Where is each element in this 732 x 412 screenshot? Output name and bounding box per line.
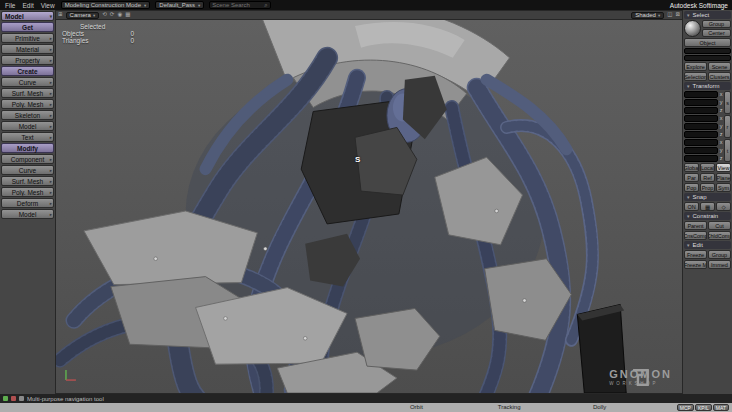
translate-y-field[interactable]: [684, 147, 718, 154]
display-mode-button[interactable]: Shaded ▾: [631, 12, 664, 19]
rotate-y-field[interactable]: [684, 123, 718, 130]
translate-z-field[interactable]: [684, 155, 718, 162]
menu-view[interactable]: View: [40, 2, 56, 9]
freeze-m-button[interactable]: Freeze M: [684, 260, 707, 269]
rotate-x-field[interactable]: [684, 115, 718, 122]
toolbar-mode-selector[interactable]: Model ▾: [1, 11, 54, 21]
menu-file[interactable]: File: [4, 2, 16, 9]
log-status-icon[interactable]: [19, 396, 24, 401]
scene-button[interactable]: Scene: [708, 62, 731, 71]
local-mode-button[interactable]: Local: [700, 163, 715, 172]
prop-mode-button[interactable]: Prop: [700, 183, 715, 192]
selection-button[interactable]: Selection: [684, 72, 707, 81]
viewport-resize-icon[interactable]: ⊞: [58, 12, 63, 18]
translate-mode-button[interactable]: t: [724, 139, 731, 162]
tool-button-model-modify[interactable]: Model▸: [1, 209, 54, 219]
camera-menu-button[interactable]: Camera ▾: [66, 12, 100, 19]
constrain-section-header[interactable]: ▼Constrain: [684, 212, 731, 220]
pop-mode-button[interactable]: Pop: [684, 183, 699, 192]
section-header-get[interactable]: Get: [1, 22, 54, 32]
app-brand: Autodesk Softimage: [670, 2, 728, 9]
global-mode-button[interactable]: Global: [684, 163, 699, 172]
scale-y-field[interactable]: [684, 99, 718, 106]
freeze-button[interactable]: Freeze: [684, 250, 707, 259]
translate-group: x y z t: [684, 139, 731, 162]
menu-edit[interactable]: Edit: [21, 2, 34, 9]
camera-redo-icon[interactable]: ⟳: [110, 12, 115, 18]
chldcomp-toggle[interactable]: ChldComp: [708, 231, 731, 240]
rotate-z-field[interactable]: [684, 131, 718, 138]
snap-section-header[interactable]: ▼Snap: [684, 193, 731, 201]
viewport: ⊞ Camera ▾ ⟲ ⟳ ◉ ▦ Shaded ▾ ◫ ⊠: [55, 10, 683, 394]
snap-point-icon[interactable]: ▦: [700, 202, 715, 211]
tool-button-model[interactable]: Model▸: [1, 121, 54, 131]
tool-button-surf-mesh[interactable]: Surf. Mesh▸: [1, 88, 54, 98]
tool-button-primitive[interactable]: Primitive▸: [1, 33, 54, 43]
tool-button-text[interactable]: Text▸: [1, 132, 54, 142]
group-button[interactable]: Group: [702, 20, 731, 28]
center-button[interactable]: Center: [702, 29, 731, 37]
translate-x-field[interactable]: [684, 139, 718, 146]
clusters-button[interactable]: Clusters: [708, 72, 731, 81]
edit-group-button[interactable]: Group: [708, 250, 731, 259]
tool-button-skeleton[interactable]: Skeleton▸: [1, 110, 54, 120]
tool-button-deform[interactable]: Deform▸: [1, 198, 54, 208]
camera-label: Camera: [70, 12, 91, 18]
object-button[interactable]: Object: [684, 38, 731, 47]
tool-button-curve[interactable]: Curve▸: [1, 77, 54, 87]
viewport-canvas[interactable]: Selected Objects0 Triangles0 S GNOMON WO…: [56, 20, 682, 393]
cut-constrain-button[interactable]: Cut: [708, 221, 731, 230]
mat-toggle[interactable]: MAT: [713, 404, 729, 411]
selection-trackball[interactable]: [684, 20, 701, 37]
section-header-modify[interactable]: Modify: [1, 143, 54, 153]
scale-z-field[interactable]: [684, 107, 718, 114]
section-header-create[interactable]: Create: [1, 66, 54, 76]
tool-button-poly-mesh[interactable]: Poly. Mesh▸: [1, 99, 54, 109]
selection-filter-bar[interactable]: [684, 48, 731, 54]
scene-search-input[interactable]: [212, 2, 262, 8]
selection-filter-bar-2[interactable]: [684, 55, 731, 61]
pass-dropdown[interactable]: Default_Pass ▾: [155, 1, 204, 9]
axis-label: z: [719, 132, 723, 138]
sym-mode-button[interactable]: Sym: [716, 183, 731, 192]
visibility-icon[interactable]: ◉: [117, 12, 122, 18]
maximize-viewport-icon[interactable]: ⊠: [675, 12, 680, 18]
cnscomp-toggle[interactable]: CnsComp: [684, 231, 707, 240]
search-icon: ⌕: [264, 2, 267, 9]
camera-undo-icon[interactable]: ⟲: [102, 12, 107, 18]
collapse-arrow-icon: ▼: [686, 243, 690, 248]
xray-icon[interactable]: ◫: [667, 12, 672, 18]
submenu-arrow-icon: ▸: [50, 58, 52, 63]
scale-mode-button[interactable]: s: [724, 91, 731, 114]
parent-constrain-button[interactable]: Parent: [684, 221, 707, 230]
select-section-header[interactable]: ▼Select: [684, 11, 731, 19]
tool-button-curve-modify[interactable]: Curve▸: [1, 165, 54, 175]
rotate-mode-button[interactable]: r: [724, 115, 731, 138]
edit-section-header[interactable]: ▼Edit: [684, 241, 731, 249]
snap-on-toggle[interactable]: ON: [684, 202, 699, 211]
tool-button-property[interactable]: Property▸: [1, 55, 54, 65]
view-mode-button[interactable]: View: [716, 163, 731, 172]
tool-button-poly-mesh-modify[interactable]: Poly. Mesh▸: [1, 187, 54, 197]
submenu-arrow-icon: ▸: [50, 168, 52, 173]
par-mode-button[interactable]: Par: [684, 173, 699, 182]
submenu-arrow-icon: ▸: [50, 190, 52, 195]
grid-icon[interactable]: ▦: [125, 12, 130, 18]
construction-mode-dropdown[interactable]: Modeling Construction Mode ▾: [61, 1, 151, 9]
plane-mode-button[interactable]: Plane: [716, 173, 731, 182]
tool-button-material[interactable]: Material▸: [1, 44, 54, 54]
snap-grid-icon[interactable]: ◇: [716, 202, 731, 211]
scale-x-field[interactable]: [684, 91, 718, 98]
immed-toggle[interactable]: Immed: [708, 260, 731, 269]
script-status-icon[interactable]: [3, 396, 8, 401]
record-status-icon[interactable]: [11, 396, 16, 401]
transform-section-header[interactable]: ▼Transform: [684, 82, 731, 90]
tool-label: Surf. Mesh: [12, 90, 43, 97]
tool-button-surf-mesh-modify[interactable]: Surf. Mesh▸: [1, 176, 54, 186]
kpl-toggle[interactable]: KP/L: [695, 404, 712, 411]
active-tool-hint: Multi-purpose navigation tool: [27, 396, 104, 402]
tool-button-component[interactable]: Component▸: [1, 154, 54, 164]
explore-button[interactable]: Explore: [684, 62, 707, 71]
mcp-toggle[interactable]: MCP: [677, 404, 694, 411]
ref-mode-button[interactable]: Ref: [700, 173, 715, 182]
